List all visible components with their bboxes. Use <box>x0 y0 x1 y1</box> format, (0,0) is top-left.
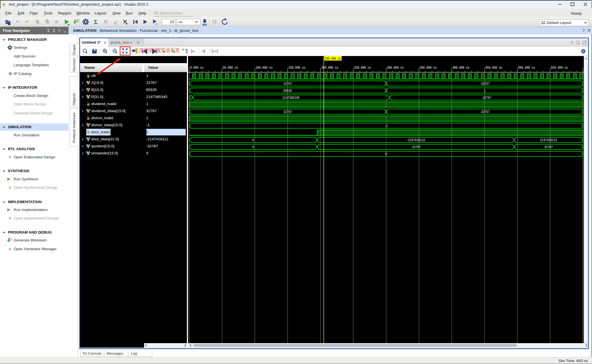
svg-text:(T): (T) <box>155 23 158 25</box>
svg-text:?: ? <box>58 29 60 33</box>
svg-text:10: 10 <box>77 21 78 22</box>
svg-text:10: 10 <box>10 239 11 241</box>
svg-text:Σ: Σ <box>94 19 98 25</box>
svg-text:?: ? <box>582 28 585 33</box>
